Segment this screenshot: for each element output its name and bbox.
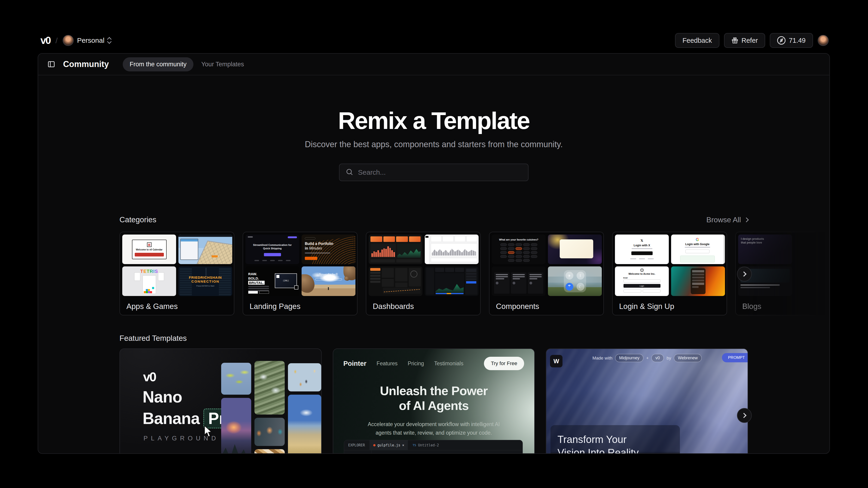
vision-title-2: Vision Into Reality bbox=[557, 447, 639, 454]
pointer-sub-2: agents that write, review, and optimize … bbox=[375, 430, 492, 436]
thumb-brutalist-landing: RAW. BOLD. BRUTAL. [IMG] bbox=[245, 267, 299, 296]
thumb-login-acme: Welcome to Acme Inc. Email Login bbox=[615, 267, 669, 296]
thumb-calendar-app: ▦ Welcome to v0 Calendar bbox=[122, 235, 176, 264]
gulp-icon bbox=[373, 444, 375, 447]
thumb-blog-empty bbox=[794, 235, 830, 264]
community-tabs: From the community Your Templates bbox=[123, 57, 248, 71]
code-editor-mock: EXPLORER gulpfile.js × TS Untitled-2 bbox=[344, 440, 523, 454]
thumb-gradient-card bbox=[548, 235, 602, 264]
hero-section: Remix a Template Discover the best apps,… bbox=[120, 75, 748, 181]
made-with-bar: Made with Midjourney + v0 by Webrenew bbox=[546, 354, 748, 362]
code-line: /*--------------------------------------… bbox=[382, 453, 518, 454]
category-card-login-signup[interactable]: 𝕏 Login with X G Login with Google bbox=[612, 232, 727, 315]
pointer-title-2: of AI Agents bbox=[399, 399, 469, 413]
category-label: Dashboards bbox=[373, 302, 478, 311]
featured-next-button[interactable] bbox=[737, 408, 752, 423]
refer-button[interactable]: Refer bbox=[724, 33, 765, 48]
page-title: Community bbox=[63, 59, 109, 69]
calendar-title: Welcome to v0 Calendar bbox=[135, 248, 164, 251]
x-logo: 𝕏 bbox=[641, 239, 643, 242]
featured-card-nano-banana[interactable]: v0 Nano Banana Pro PLAYGROUND bbox=[120, 348, 322, 454]
tab-label: Untitled-2 bbox=[418, 443, 439, 447]
search-input[interactable] bbox=[358, 169, 522, 176]
feedback-button[interactable]: Feedback bbox=[675, 33, 719, 48]
thumb-grid: What are your favorite cuisines? bbox=[492, 235, 601, 296]
thumb-light-dashboard bbox=[425, 235, 478, 264]
thumb-login-mobile bbox=[671, 267, 725, 296]
tab-from-the-community[interactable]: From the community bbox=[123, 57, 193, 71]
pointer-title: Unleash the Power of AI Agents bbox=[333, 384, 534, 413]
thumb-orange-dashboard bbox=[369, 235, 423, 264]
thumb-synecdoche-landing: Synecdoche® bbox=[302, 267, 355, 296]
login-button-label: Login bbox=[623, 284, 660, 288]
breadcrumb-separator: / bbox=[56, 36, 58, 45]
categories-header: Categories Browse All bbox=[120, 215, 748, 224]
photo-sky-field bbox=[288, 395, 321, 454]
pointer-nav: Pointer Features Pricing Testimonials Tr… bbox=[333, 349, 534, 370]
category-card-landing-pages[interactable]: Streamlined Communication for Quick Ship… bbox=[243, 232, 358, 315]
search-icon bbox=[345, 168, 353, 177]
nano-title-line1: Nano bbox=[143, 388, 182, 406]
brutal-label: BRUTAL. bbox=[248, 281, 265, 285]
categories-next-button[interactable] bbox=[737, 267, 752, 281]
browse-all-link[interactable]: Browse All bbox=[707, 216, 748, 224]
top-bar: v0 / Personal Feedback Refer 0 71.49 bbox=[40, 30, 829, 51]
landing-hero-1: Streamlined Communication for bbox=[253, 244, 292, 246]
workspace-switcher[interactable]: Personal bbox=[63, 35, 111, 46]
acme-title: Welcome to Acme Inc. bbox=[628, 272, 655, 275]
category-card-apps-games[interactable]: ▦ Welcome to v0 Calendar TETRIS bbox=[120, 232, 234, 315]
credits-button[interactable]: 0 71.49 bbox=[770, 33, 813, 48]
workspace-name: Personal bbox=[77, 36, 104, 44]
featured-card-pointer[interactable]: Pointer Features Pricing Testimonials Tr… bbox=[333, 348, 535, 454]
made-with-label: Made with bbox=[592, 356, 612, 361]
photo-bottles bbox=[254, 449, 284, 454]
community-content: Remix a Template Discover the best apps,… bbox=[38, 75, 829, 454]
tetris-logo: TETRIS bbox=[140, 269, 158, 274]
nav-testimonials: Testimonials bbox=[434, 361, 464, 367]
email-label: Email bbox=[623, 277, 628, 279]
chevron-up-down-icon bbox=[108, 38, 111, 43]
gift-icon bbox=[732, 37, 738, 44]
category-card-dashboards[interactable]: Dashboards bbox=[366, 232, 481, 315]
tree-vscode: VSCODE bbox=[347, 453, 368, 454]
community-panel: Community From the community Your Templa… bbox=[38, 53, 830, 454]
user-avatar[interactable] bbox=[817, 35, 829, 46]
landing-hero-2: Quick Shipping bbox=[263, 247, 282, 250]
thumb-grid bbox=[369, 235, 478, 296]
thumb-grid: 𝕏 Login with X G Login with Google bbox=[615, 235, 724, 296]
chevron-right-icon bbox=[744, 217, 749, 222]
category-label: Components bbox=[496, 302, 601, 311]
v0-logo[interactable]: v0 bbox=[40, 35, 51, 46]
thumb-grid: I design products that people love bbox=[738, 235, 830, 296]
refer-label: Refer bbox=[742, 37, 758, 44]
prompt-button: PROMPT bbox=[722, 353, 748, 362]
airplane-icon: ✈ bbox=[565, 272, 574, 280]
raw-label: RAW. bbox=[248, 272, 257, 276]
line-number: 1 bbox=[375, 453, 378, 454]
thumb-grid: ▦ Welcome to v0 Calendar TETRIS bbox=[122, 235, 231, 296]
pointer-subtitle: Accelerate your development workflow wit… bbox=[333, 420, 534, 437]
categories-label: Categories bbox=[120, 215, 156, 224]
photo-leaves bbox=[221, 363, 251, 395]
featured-card-vision[interactable]: W Made with Midjourney + v0 by Webrenew … bbox=[546, 348, 748, 454]
sidebar-toggle-button[interactable] bbox=[48, 60, 55, 68]
ts-icon: TS bbox=[412, 444, 416, 447]
pointer-brand: Pointer bbox=[343, 360, 367, 367]
photo-trees bbox=[254, 361, 284, 415]
photo-pills bbox=[288, 363, 321, 391]
category-card-components[interactable]: What are your favorite cuisines? bbox=[489, 232, 604, 315]
thumb-friedrichshain-game: FRIEDRICHSHAIN CONNECTION Press ENTER to… bbox=[178, 267, 232, 296]
cursor-icon bbox=[204, 425, 213, 439]
tab-your-templates[interactable]: Your Templates bbox=[197, 57, 248, 71]
moon-icon: ☾ bbox=[577, 283, 584, 291]
pointer-title-1: Unleash the Power bbox=[380, 384, 488, 398]
template-search[interactable] bbox=[339, 163, 529, 181]
photo-grid bbox=[221, 349, 321, 454]
bold-label: BOLD. bbox=[248, 276, 259, 280]
fried-title-1: FRIEDRICHSHAIN bbox=[189, 275, 222, 279]
thumb-saas-landing: Streamlined Communication for Quick Ship… bbox=[245, 235, 299, 264]
category-label: Landing Pages bbox=[250, 302, 355, 311]
login-x-title: Login with X bbox=[634, 244, 650, 247]
thumb-cuisine-chips: What are your favorite cuisines? bbox=[492, 235, 546, 264]
category-label: Blogs bbox=[742, 302, 830, 311]
